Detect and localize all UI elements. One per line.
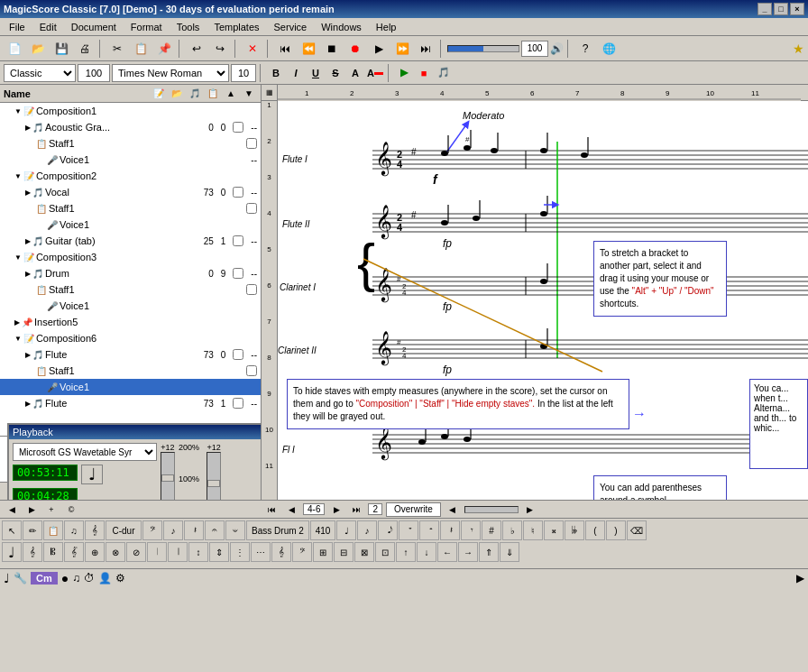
btm-row2-13[interactable]: 𝄞	[271, 542, 291, 562]
playback-device-combo[interactable]: Microsoft GS Wavetable Syr	[13, 443, 157, 461]
btm-tool13[interactable]: 𝄻	[399, 520, 418, 540]
volume-handle[interactable]	[161, 474, 174, 482]
font-combo[interactable]: Times New Roman	[112, 64, 229, 82]
menu-document[interactable]: Document	[64, 20, 124, 34]
btm-tool15[interactable]: 𝄽	[440, 520, 460, 540]
guitar-check[interactable]	[233, 235, 243, 246]
tree-item-flute1[interactable]: ▶ 🎵 Flute 730 --	[0, 346, 261, 363]
btm-number[interactable]: 410	[310, 520, 335, 540]
tree-item-insertion5[interactable]: ▶ 📌 Insertion5	[0, 314, 261, 330]
btm-row2-23[interactable]: ⇑	[479, 542, 499, 562]
nav-fwd[interactable]: ▶	[328, 502, 344, 517]
tree-item-composition2[interactable]: ▼ 📝 Composition2	[0, 168, 261, 184]
bold-button[interactable]: B	[267, 64, 285, 82]
btm-row2-9[interactable]: ↕	[188, 542, 208, 562]
btm-drum-label[interactable]: Bass Drum 2	[246, 520, 309, 540]
btm-row2-14[interactable]: 𝄢	[292, 542, 312, 562]
tree-action-2[interactable]: 📂	[169, 86, 185, 102]
bs-btn1[interactable]: ◀	[4, 502, 20, 517]
menu-windows[interactable]: Windows	[314, 20, 369, 34]
bs-btn2[interactable]: ▶	[23, 502, 40, 517]
tree-item-staff1c[interactable]: 📋 Staff1	[0, 281, 261, 298]
web-button[interactable]: 🌐	[598, 39, 620, 59]
staff1c-check[interactable]	[246, 284, 257, 295]
btm-row2-15[interactable]: ⊞	[313, 542, 333, 562]
underline-button[interactable]: U	[307, 64, 325, 82]
transport-play[interactable]: ▶	[368, 39, 390, 59]
tree-item-voice1a[interactable]: 🎤 Voice1 --	[0, 152, 261, 168]
tree-item-composition3[interactable]: ▼ 📝 Composition3	[0, 249, 261, 265]
flute2-check[interactable]	[233, 398, 243, 409]
btm-row2-16[interactable]: ⊟	[334, 542, 354, 562]
btm-row2-10[interactable]: ⇕	[209, 542, 229, 562]
metronome-button[interactable]: 🎵	[435, 64, 453, 82]
btm-tool4[interactable]: 𝄞	[85, 520, 105, 540]
btm-tool8[interactable]: 𝄐	[205, 520, 225, 540]
tree-item-voice1b[interactable]: 🎤 Voice1	[0, 216, 261, 233]
tree-item-composition6[interactable]: ▼ 📝 Composition6	[0, 330, 261, 346]
tree-item-composition1[interactable]: ▼ 📝 Composition1	[0, 103, 261, 119]
paste-button[interactable]: 📌	[153, 39, 175, 59]
btm-tool11[interactable]: ♪	[357, 520, 377, 540]
btm-row2-6[interactable]: ⊘	[126, 542, 146, 562]
acoustic-check[interactable]	[233, 122, 243, 133]
btm-tool12[interactable]: 𝅘𝅥𝅮	[378, 520, 398, 540]
tree-action-4[interactable]: 📋	[205, 86, 221, 102]
tree-item-staff1d[interactable]: 📋 Staff1	[0, 363, 261, 379]
btm-tool3[interactable]: ♫	[64, 520, 84, 540]
tree-action-1[interactable]: 📝	[151, 86, 167, 102]
tree-item-acoustic[interactable]: ▶ 🎵 Acoustic Gra... 00 --	[0, 119, 261, 135]
color-button[interactable]: A	[366, 64, 384, 82]
btm-row2-19[interactable]: ↑	[396, 542, 416, 562]
btm-tool19[interactable]: ♮	[523, 520, 543, 540]
menu-format[interactable]: Format	[124, 20, 170, 34]
btm-row2-20[interactable]: ↓	[417, 542, 436, 562]
menu-help[interactable]: Help	[369, 20, 404, 34]
undo-button[interactable]: ↩	[186, 39, 207, 59]
maximize-button[interactable]: □	[774, 3, 788, 15]
btm-tool9[interactable]: 𝄑	[225, 520, 245, 540]
btm-tool24[interactable]: ⌫	[627, 520, 647, 540]
btm-row2-11[interactable]: ⋮	[230, 542, 250, 562]
minimize-button[interactable]: _	[758, 3, 772, 15]
drum-check[interactable]	[233, 268, 243, 279]
nav-next[interactable]: ⏭	[348, 502, 364, 517]
transport-record[interactable]: ⏺	[344, 39, 366, 59]
btm-tool5[interactable]: 𝄢	[142, 520, 162, 540]
size-input[interactable]	[78, 64, 110, 82]
btm-tool2[interactable]: 📋	[43, 520, 63, 540]
btm-row2-2[interactable]: 𝄡	[43, 542, 63, 562]
volume-input[interactable]	[521, 41, 548, 57]
tree-item-staff1b[interactable]: 📋 Staff1	[0, 200, 261, 216]
window-controls[interactable]: _ □ ×	[758, 3, 804, 15]
btm-row2-1[interactable]: 𝄞	[23, 542, 42, 562]
save-button[interactable]: 💾	[50, 39, 72, 59]
print-button[interactable]: 🖨	[74, 39, 96, 59]
tree-action-3[interactable]: 🎵	[187, 86, 203, 102]
volume-handle2[interactable]	[207, 480, 220, 487]
staff1b-check[interactable]	[246, 203, 257, 214]
volume-slider-vertical[interactable]	[161, 452, 175, 500]
new-button[interactable]: 📄	[4, 39, 25, 59]
btm-tool22[interactable]: (	[585, 520, 605, 540]
btm-row2-7[interactable]: 𝄀	[147, 542, 167, 562]
staff1d-check[interactable]	[246, 365, 257, 376]
btm-tool14[interactable]: 𝄼	[419, 520, 439, 540]
btm-row2-17[interactable]: ⊠	[354, 542, 374, 562]
transport-end[interactable]: ⏭	[415, 39, 436, 59]
transport-start[interactable]: ⏮	[274, 39, 296, 59]
btm-row2-18[interactable]: ⊡	[375, 542, 395, 562]
tree-item-vocal[interactable]: ▶ 🎵 Vocal 730 --	[0, 184, 261, 200]
cut-button[interactable]: ✂	[106, 39, 128, 59]
btm-tool21[interactable]: 𝄫	[565, 520, 584, 540]
bs-btn4[interactable]: ©	[63, 502, 79, 517]
staff1a-check[interactable]	[246, 138, 257, 149]
btm-tool16[interactable]: 𝄾	[461, 520, 481, 540]
delete-button[interactable]: ✕	[242, 39, 263, 59]
open-button[interactable]: 📂	[27, 39, 49, 59]
transport-forward[interactable]: ⏩	[391, 39, 413, 59]
btm-row2-3[interactable]: 𝄟	[64, 542, 84, 562]
btm-tool17[interactable]: #	[482, 520, 501, 540]
scroll-left[interactable]: ◀	[445, 502, 461, 517]
btm-row2-4[interactable]: ⊕	[85, 542, 105, 562]
